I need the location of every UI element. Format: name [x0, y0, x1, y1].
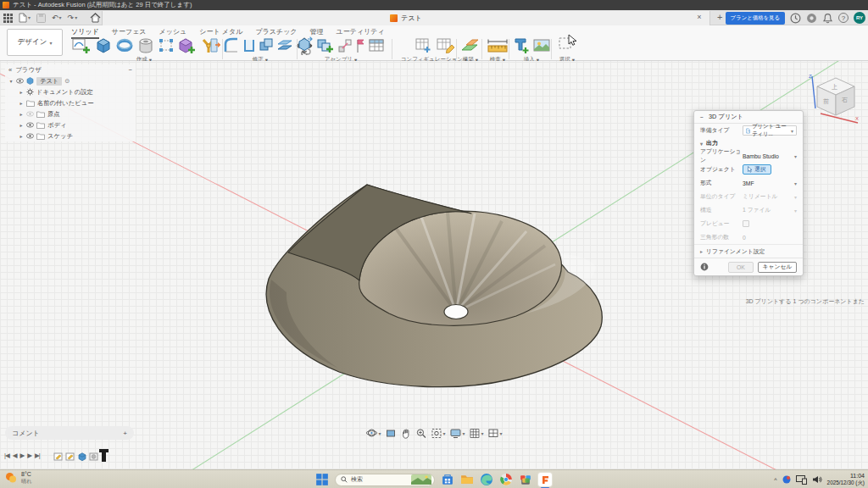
save-icon[interactable] [36, 14, 46, 23]
timeline-sketch-feature-icon[interactable] [65, 452, 75, 462]
viewcube-front-label[interactable]: 前 [823, 98, 829, 104]
expander-icon[interactable]: ▸ [19, 111, 24, 117]
viewports-button[interactable]: ▾ [488, 428, 503, 439]
notifications-bell-icon[interactable] [822, 13, 833, 24]
visibility-eye-icon[interactable] [16, 78, 24, 84]
create-mesh-icon[interactable] [177, 36, 198, 55]
home-dashboard-icon[interactable] [90, 13, 101, 23]
redo-button[interactable]: ↷▾ [68, 14, 78, 22]
activate-component-radio[interactable]: ⊙ [64, 77, 70, 85]
timeline-go-end-button[interactable]: ▶| [35, 452, 40, 459]
application-dropdown[interactable]: Bambu Studio ▾ [743, 153, 797, 159]
insert-image-icon[interactable] [532, 36, 551, 55]
view-cube[interactable]: Z X 上 前 右 [805, 71, 863, 125]
shell-icon[interactable] [242, 36, 256, 55]
view-plans-button[interactable]: プランと価格を見る [726, 12, 785, 25]
expander-icon[interactable]: ▸ [19, 122, 24, 128]
visibility-eye-off-icon[interactable] [26, 111, 34, 117]
dialog-collapse-icon[interactable]: − [700, 114, 704, 120]
timeline-position-marker[interactable] [102, 449, 106, 462]
browser-root-label[interactable]: テスト [36, 77, 62, 86]
extrude-icon[interactable] [94, 36, 113, 55]
taskbar-search-field[interactable]: 検索 [335, 474, 435, 486]
pan-hand-icon[interactable] [400, 428, 411, 439]
browser-minimize-icon[interactable]: − [129, 66, 132, 74]
timeline-step-forward-button[interactable]: ▶ [27, 452, 31, 459]
fusion-taskbar-icon[interactable] [538, 473, 552, 486]
orbit-button[interactable]: ▾ [365, 427, 381, 439]
look-at-icon[interactable] [385, 428, 396, 439]
decal-icon[interactable] [513, 36, 530, 55]
prep-type-dropdown[interactable]: プリント ユーティリ... ▾ [743, 125, 797, 136]
revolve-icon[interactable] [115, 36, 134, 55]
taskbar-clock[interactable]: 11:04 2025/12/30 (火) [827, 473, 865, 486]
hole-icon[interactable] [136, 36, 155, 55]
offset-face-icon[interactable] [276, 36, 293, 55]
photos-app-icon[interactable] [519, 473, 532, 486]
browser-item-origin[interactable]: ▸ 原点 [5, 108, 136, 119]
zoom-icon[interactable] [415, 428, 426, 439]
cast-display-icon[interactable] [796, 474, 807, 485]
comment-bar[interactable]: コメント + [5, 426, 134, 440]
workspace-selector[interactable]: デザイン ▾ [7, 29, 63, 56]
refinement-settings-row[interactable]: ▸ リファインメント設定 [694, 244, 803, 258]
cancel-button[interactable]: キャンセル [758, 262, 797, 273]
start-button[interactable] [315, 473, 329, 486]
expander-icon[interactable]: ▸ [19, 133, 24, 139]
expander-open-icon[interactable]: ▾ [8, 78, 14, 84]
undo-button[interactable]: ↶▾ [52, 14, 62, 22]
viewcube-top-label[interactable]: 上 [832, 84, 837, 90]
construct-plane-icon[interactable] [460, 36, 481, 55]
browser-collapse-icon[interactable]: « [8, 66, 12, 74]
tray-chevron-up-icon[interactable]: ^ [774, 477, 776, 483]
app-grid-icon[interactable] [3, 14, 13, 23]
fit-button[interactable]: ▾ [431, 428, 445, 439]
format-dropdown[interactable]: 3MF ▾ [743, 180, 797, 186]
browser-item-document-settings[interactable]: ▸ ドキュメントの設定 [5, 86, 136, 97]
object-select-button[interactable]: 選択 [743, 164, 771, 175]
bom-table-icon[interactable] [368, 36, 385, 55]
fillet-icon[interactable] [223, 36, 240, 55]
file-menu-button[interactable]: ▾ [19, 13, 31, 23]
model-body[interactable] [266, 185, 602, 387]
press-pull-icon[interactable] [209, 36, 220, 55]
grid-snap-button[interactable]: ▾ [470, 428, 484, 439]
joint-icon[interactable] [337, 36, 353, 55]
job-status-icon[interactable] [790, 13, 801, 24]
viewcube-right-label[interactable]: 右 [842, 97, 848, 103]
visibility-eye-icon[interactable] [26, 133, 34, 139]
create-component-icon[interactable] [316, 36, 335, 55]
chrome-browser-icon[interactable] [499, 473, 513, 486]
close-tab-button[interactable]: × [694, 13, 704, 21]
visibility-eye-icon[interactable] [26, 122, 34, 128]
configuration-table-icon[interactable] [414, 36, 432, 55]
edge-browser-icon[interactable] [480, 473, 493, 486]
measure-icon[interactable] [487, 36, 509, 55]
browser-item-sketches[interactable]: ▸ スケッチ [5, 130, 136, 141]
create-sketch-icon[interactable] [71, 36, 92, 55]
expander-icon[interactable]: ▸ [19, 100, 24, 106]
model-hole[interactable] [444, 305, 468, 319]
new-component-icon[interactable] [297, 36, 314, 55]
combine-icon[interactable] [259, 36, 274, 55]
timeline-form-feature-icon[interactable] [89, 452, 99, 462]
timeline-step-back-button[interactable]: ◀ [13, 452, 17, 459]
browser-item-bodies[interactable]: ▸ ボディ [5, 119, 136, 130]
new-tab-button[interactable]: + [717, 12, 722, 22]
user-avatar[interactable]: RY [854, 12, 865, 24]
add-comment-button[interactable]: + [123, 430, 127, 437]
file-explorer-icon[interactable] [460, 473, 474, 486]
timeline-play-button[interactable]: ▶ [20, 452, 25, 459]
document-tab[interactable]: テスト × [102, 11, 710, 25]
tray-app-icon[interactable] [782, 475, 791, 484]
browser-root-row[interactable]: ▾ テスト ⊙ [5, 75, 136, 86]
display-settings-button[interactable]: ▾ [449, 428, 465, 439]
expander-icon[interactable]: ▸ [19, 89, 24, 95]
help-icon[interactable]: ? [838, 13, 849, 23]
extensions-icon[interactable] [806, 13, 817, 24]
microsoft-store-icon[interactable] [441, 473, 454, 486]
ground-icon[interactable] [355, 36, 365, 55]
timeline-go-start-button[interactable]: |◀ [4, 452, 9, 459]
weather-widget[interactable]: 8°C 晴れ [4, 471, 32, 485]
mesh-section-icon[interactable] [158, 36, 175, 55]
